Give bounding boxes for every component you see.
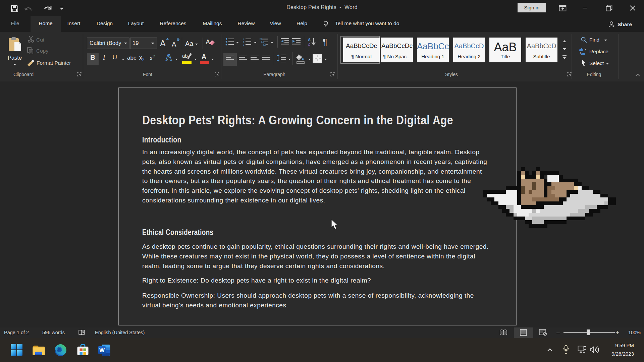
svg-text:ac: ac <box>581 52 585 55</box>
svg-text:A: A <box>308 38 311 42</box>
svg-text:ab: ab <box>579 48 583 52</box>
svg-text:3: 3 <box>243 43 244 46</box>
svg-text:W: W <box>99 347 105 353</box>
svg-text:Z: Z <box>308 42 310 46</box>
